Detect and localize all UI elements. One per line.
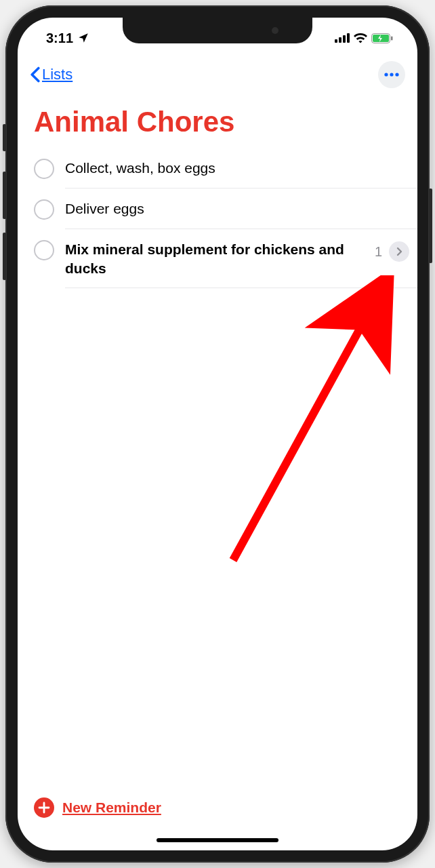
annotation-arrow: [206, 275, 402, 574]
screen: 3:11 Lists: [18, 18, 417, 850]
wifi-icon: [354, 33, 367, 43]
reminder-row[interactable]: Deliver eggs: [18, 189, 417, 229]
svg-point-8: [390, 73, 393, 76]
back-button[interactable]: Lists: [30, 66, 72, 83]
chevron-left-icon: [30, 66, 41, 83]
sensor-dot: [272, 27, 278, 34]
ellipsis-icon: [384, 73, 399, 77]
chevron-right-icon: [396, 247, 402, 256]
notch: [123, 18, 312, 43]
reminder-row[interactable]: Mix mineral supplement for chickens and …: [18, 229, 417, 288]
new-reminder-label: New Reminder: [62, 800, 161, 816]
back-label: Lists: [42, 66, 72, 83]
new-reminder-button[interactable]: New Reminder: [34, 797, 161, 818]
svg-line-10: [233, 294, 379, 560]
volume-up-button: [3, 172, 6, 219]
complete-toggle[interactable]: [34, 199, 54, 220]
phone-frame: 3:11 Lists: [5, 5, 430, 863]
reminder-title[interactable]: Deliver eggs: [65, 198, 409, 218]
reminder-title[interactable]: Collect, wash, box eggs: [65, 157, 409, 178]
svg-point-9: [395, 73, 398, 76]
svg-rect-2: [343, 35, 346, 43]
subtask-count: 1: [375, 244, 382, 260]
svg-rect-1: [339, 37, 341, 43]
battery-icon: [371, 33, 393, 43]
reminder-title[interactable]: Mix mineral supplement for chickens and …: [65, 239, 364, 279]
svg-rect-6: [391, 36, 393, 40]
complete-toggle[interactable]: [34, 159, 54, 179]
power-button: [429, 189, 432, 263]
svg-point-7: [384, 73, 388, 76]
reminder-row[interactable]: Collect, wash, box eggs: [18, 148, 417, 189]
location-arrow-icon: [77, 32, 89, 44]
reminder-trailing: 1: [375, 239, 409, 262]
nav-bar: Lists: [18, 52, 417, 94]
silence-switch: [3, 124, 6, 151]
complete-toggle[interactable]: [34, 240, 54, 260]
status-time: 3:11: [46, 31, 73, 46]
more-button[interactable]: [378, 61, 405, 88]
svg-rect-0: [335, 39, 337, 43]
detail-button[interactable]: [389, 241, 409, 262]
list-title: Animal Chores: [18, 94, 417, 148]
cellular-signal-icon: [335, 33, 350, 43]
plus-circle-icon: [34, 797, 54, 818]
volume-down-button: [3, 233, 6, 280]
home-indicator[interactable]: [157, 838, 278, 842]
svg-rect-3: [347, 33, 350, 43]
